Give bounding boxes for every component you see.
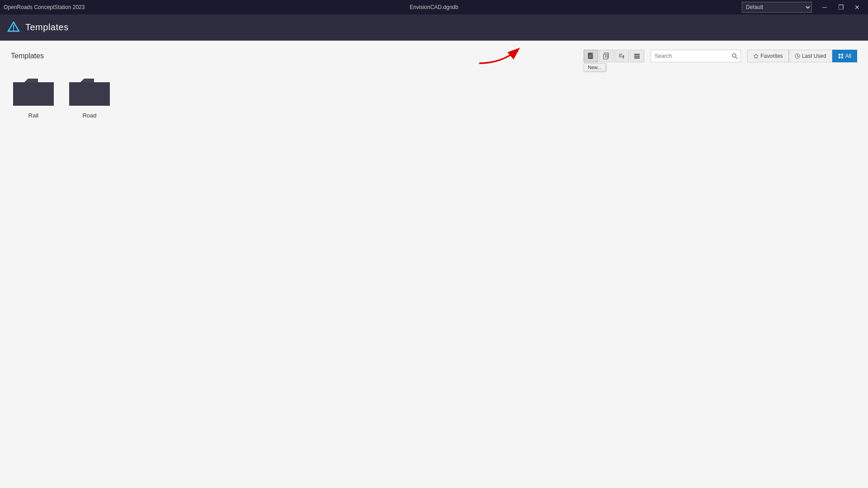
list-view-icon xyxy=(633,52,641,60)
title-bar-left: OpenRoads ConceptStation 2023 xyxy=(4,4,85,10)
copy-button[interactable] xyxy=(599,50,613,62)
clock-icon xyxy=(795,53,800,59)
new-button[interactable] xyxy=(584,50,598,62)
main-content: Templates New... xyxy=(0,41,868,488)
svg-point-2 xyxy=(13,29,14,30)
star-icon xyxy=(753,53,759,59)
search-input[interactable] xyxy=(651,50,741,62)
svg-rect-26 xyxy=(841,54,843,56)
workspace-dropdown-wrap[interactable]: Default xyxy=(742,2,812,13)
toolbar: New... xyxy=(584,50,857,62)
sort-icon xyxy=(618,52,625,60)
svg-point-19 xyxy=(732,54,736,57)
folder-label-road: Road xyxy=(82,112,96,119)
svg-rect-27 xyxy=(839,56,840,58)
new-button-wrap: New... xyxy=(584,50,598,62)
svg-rect-17 xyxy=(634,56,640,57)
content-title: Templates xyxy=(11,52,44,60)
app-logo-icon xyxy=(7,21,20,34)
app-header: Templates xyxy=(0,14,868,41)
app-title: Templates xyxy=(25,22,69,33)
svg-marker-21 xyxy=(754,54,758,58)
svg-rect-16 xyxy=(634,54,640,55)
content-header: Templates New... xyxy=(11,50,857,62)
sort-button[interactable] xyxy=(614,50,629,62)
folders-grid: Rail Road xyxy=(11,73,857,119)
last-used-filter-button[interactable]: Last Used xyxy=(789,50,832,62)
svg-rect-18 xyxy=(634,57,640,59)
new-document-icon xyxy=(587,52,594,60)
title-bar-controls: Default ─ ❐ ✕ xyxy=(742,2,864,13)
grid-icon xyxy=(838,53,844,59)
folder-item-road[interactable]: Road xyxy=(67,73,112,119)
svg-line-20 xyxy=(736,57,738,59)
list-view-button[interactable] xyxy=(630,50,644,62)
new-tooltip: New... xyxy=(584,63,606,71)
folder-item-rail[interactable]: Rail xyxy=(11,73,56,119)
folder-icon-rail xyxy=(11,73,56,108)
minimize-button[interactable]: ─ xyxy=(817,2,832,13)
svg-line-24 xyxy=(797,56,799,57)
svg-rect-25 xyxy=(839,54,840,56)
title-bar: OpenRoads ConceptStation 2023 EnvisionCA… xyxy=(0,0,868,14)
restore-button[interactable]: ❐ xyxy=(834,2,848,13)
all-filter-button[interactable]: All xyxy=(832,50,857,62)
folder-icon-road xyxy=(67,73,112,108)
svg-rect-28 xyxy=(841,56,843,58)
close-button[interactable]: ✕ xyxy=(850,2,864,13)
search-container xyxy=(651,50,741,62)
filter-bar: Favorites Last Used xyxy=(747,50,857,62)
copy-icon xyxy=(603,52,610,60)
search-button[interactable] xyxy=(729,51,740,61)
search-icon xyxy=(731,53,738,59)
folder-label-rail: Rail xyxy=(28,112,38,119)
favorites-filter-button[interactable]: Favorites xyxy=(747,50,788,62)
workspace-select[interactable]: Default xyxy=(742,2,812,13)
file-name: EnvisionCAD.dgndb xyxy=(410,4,458,10)
app-name: OpenRoads ConceptStation 2023 xyxy=(4,4,85,10)
